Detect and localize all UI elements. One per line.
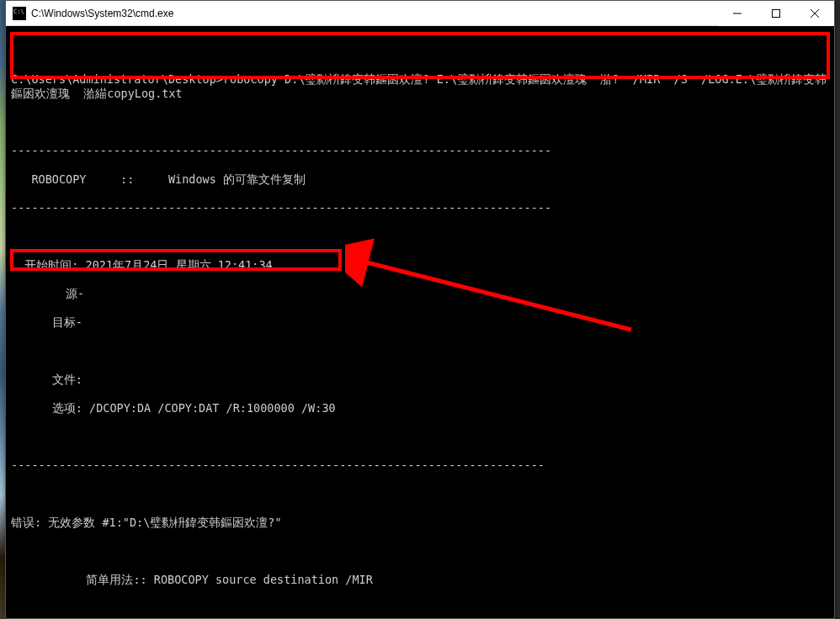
- target-line: 目标-: [11, 315, 829, 330]
- files-line: 文件:: [11, 373, 829, 387]
- titlebar[interactable]: C:\Windows\System32\cmd.exe: [6, 1, 834, 26]
- cmd-window: C:\Windows\System32\cmd.exe C:\Users\Adm…: [5, 0, 835, 619]
- start-time: 开始时间: 2021年7月24日 星期六 12:41:34: [11, 258, 829, 272]
- options-line: 选项: /DCOPY:DA /COPY:DAT /R:1000000 /W:30: [11, 401, 829, 415]
- source-line: 源-: [11, 287, 829, 301]
- robocopy-title: ROBOCOPY :: Windows 的可靠文件复制: [11, 172, 829, 187]
- command-line: C:\Users\Administrator\Desktop>robocopy …: [11, 72, 829, 101]
- window-title: C:\Windows\System32\cmd.exe: [31, 8, 718, 19]
- maximize-button[interactable]: [757, 1, 795, 26]
- close-button[interactable]: [795, 1, 834, 26]
- divider: ----------------------------------------…: [11, 144, 829, 158]
- terminal-output[interactable]: C:\Users\Administrator\Desktop>robocopy …: [6, 26, 834, 618]
- error-line: 错误: 无效参数 #1:"D:\璧勬枡鍏变韩鏂囦欢澶?": [11, 516, 829, 530]
- svg-rect-1: [773, 10, 780, 18]
- usage-line: 简单用法:: ROBOCOPY source destination /MIR: [11, 573, 829, 587]
- divider: ----------------------------------------…: [11, 201, 829, 215]
- divider: ----------------------------------------…: [11, 458, 829, 473]
- cmd-icon: [13, 7, 26, 20]
- minimize-button[interactable]: [718, 1, 757, 26]
- window-controls: [718, 1, 834, 25]
